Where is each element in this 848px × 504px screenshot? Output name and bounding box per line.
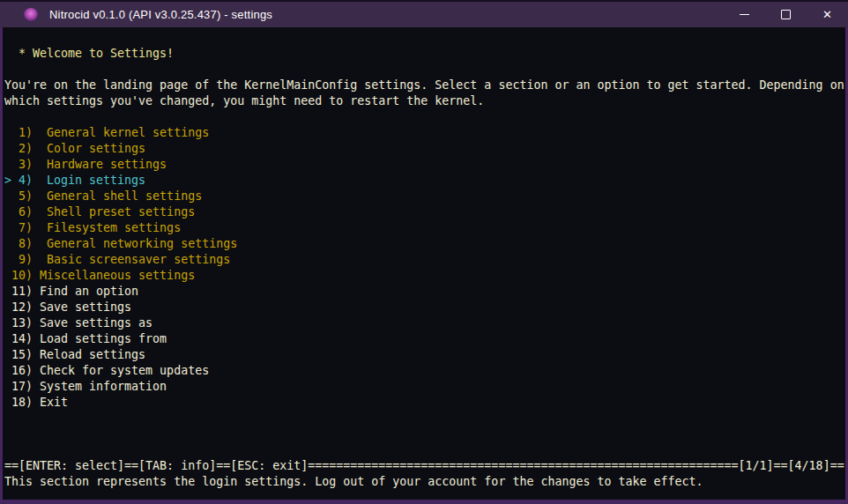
terminal-screen[interactable]: * Welcome to Settings! You're on the lan… [3,27,845,500]
minimize-button[interactable] [724,2,765,27]
settings-menu: 1) General kernel settings 2) Color sett… [4,125,845,411]
maximize-button[interactable] [765,2,807,27]
blank-line [4,442,845,458]
menu-item-3[interactable]: 3) Hardware settings [4,157,845,173]
window-border-left [0,27,3,504]
menu-item-12[interactable]: 12) Save settings [4,300,845,315]
menu-item-11[interactable]: 11) Find an option [4,284,845,300]
menu-item-10[interactable]: 10) Miscellaneous settings [4,268,845,284]
menu-item-5[interactable]: 5) General shell settings [4,189,845,204]
blank-line [4,109,845,125]
window-border-bottom [0,500,848,504]
blank-line [4,426,845,442]
menu-item-14[interactable]: 14) Load settings from [4,331,845,347]
menu-item-16[interactable]: 16) Check for system updates [4,363,845,379]
menu-item-9[interactable]: 9) Basic screensaver settings [4,252,845,268]
menu-item-1[interactable]: 1) General kernel settings [4,125,845,141]
status-bar: ==[ENTER: select]==[TAB: info]==[ESC: ex… [4,458,845,474]
menu-item-18[interactable]: 18) Exit [4,395,845,411]
close-button[interactable]: ✕ [807,2,848,27]
blank-line [4,62,845,78]
blank-line [4,30,845,46]
nitrocid-settings-window: Nitrocid v0.1.0 (API v3.0.25.437) - sett… [0,0,848,504]
close-icon: ✕ [822,9,832,20]
intro-line-2: which settings you've changed, you might… [4,93,845,109]
maximize-icon [781,10,791,19]
menu-item-7[interactable]: 7) Filesystem settings [4,220,845,236]
menu-item-17[interactable]: 17) System information [4,379,845,395]
welcome-message: * Welcome to Settings! [4,46,845,62]
blank-line [4,411,845,426]
intro-line-1: You're on the landing page of the Kernel… [4,78,845,93]
window-controls: ✕ [724,2,848,27]
menu-item-4[interactable]: > 4) Login settings [4,173,845,189]
title-bar[interactable]: Nitrocid v0.1.0 (API v3.0.25.437) - sett… [0,0,848,27]
menu-item-8[interactable]: 8) General networking settings [4,236,845,252]
nitrocid-app-icon [24,8,38,21]
menu-item-2[interactable]: 2) Color settings [4,141,845,157]
section-help-text: This section represents the login settin… [4,474,845,490]
menu-item-13[interactable]: 13) Save settings as [4,315,845,331]
minimize-icon [740,14,749,15]
menu-item-6[interactable]: 6) Shell preset settings [4,204,845,220]
window-title: Nitrocid v0.1.0 (API v3.0.25.437) - sett… [49,8,272,21]
menu-item-15[interactable]: 15) Reload settings [4,347,845,363]
